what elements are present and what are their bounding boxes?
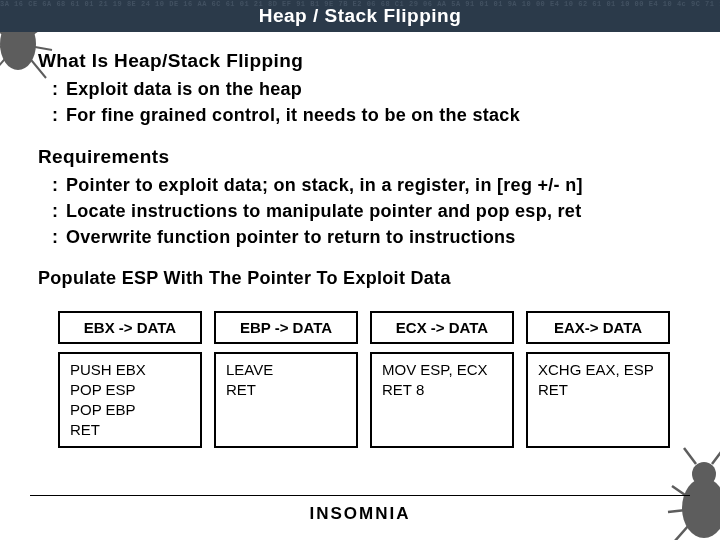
col-header: EBP -> DATA xyxy=(214,311,358,344)
svg-point-3 xyxy=(692,462,716,486)
cell: LEAVE RET xyxy=(214,352,358,448)
list-item: Locate instructions to manipulate pointe… xyxy=(52,198,682,224)
instruction-table: EBX -> DATA EBP -> DATA ECX -> DATA EAX-… xyxy=(38,303,682,456)
col-header: EAX-> DATA xyxy=(526,311,670,344)
section-requirements: Requirements Pointer to exploit data; on… xyxy=(38,146,682,250)
list-item: Overwrite function pointer to return to … xyxy=(52,224,682,250)
list-item: Pointer to exploit data; on stack, in a … xyxy=(52,172,682,198)
footer-brand: INSOMNIA xyxy=(0,504,720,524)
cell: MOV ESP, ECX RET 8 xyxy=(370,352,514,448)
bullet-list: Exploit data is on the heap For fine gra… xyxy=(38,76,682,128)
list-item: Exploit data is on the heap xyxy=(52,76,682,102)
slide-title: Heap / Stack Flipping xyxy=(0,0,720,32)
col-header: EBX -> DATA xyxy=(58,311,202,344)
slide-content: What Is Heap/Stack Flipping Exploit data… xyxy=(0,32,720,456)
table-row: PUSH EBX POP ESP POP EBP RET LEAVE RET M… xyxy=(58,352,670,448)
section-title: What Is Heap/Stack Flipping xyxy=(38,50,682,72)
populate-esp-title: Populate ESP With The Pointer To Exploit… xyxy=(38,268,682,289)
table-header-row: EBX -> DATA EBP -> DATA ECX -> DATA EAX-… xyxy=(58,311,670,344)
cell: PUSH EBX POP ESP POP EBP RET xyxy=(58,352,202,448)
slide-header: 3A 16 CE 6A 68 61 01 21 19 8E 24 10 DE 1… xyxy=(0,0,720,32)
col-header: ECX -> DATA xyxy=(370,311,514,344)
cell: XCHG EAX, ESP RET xyxy=(526,352,670,448)
section-title: Requirements xyxy=(38,146,682,168)
bullet-list: Pointer to exploit data; on stack, in a … xyxy=(38,172,682,250)
list-item: For fine grained control, it needs to be… xyxy=(52,102,682,128)
footer-divider xyxy=(30,495,690,496)
section-what-is: What Is Heap/Stack Flipping Exploit data… xyxy=(38,50,682,128)
